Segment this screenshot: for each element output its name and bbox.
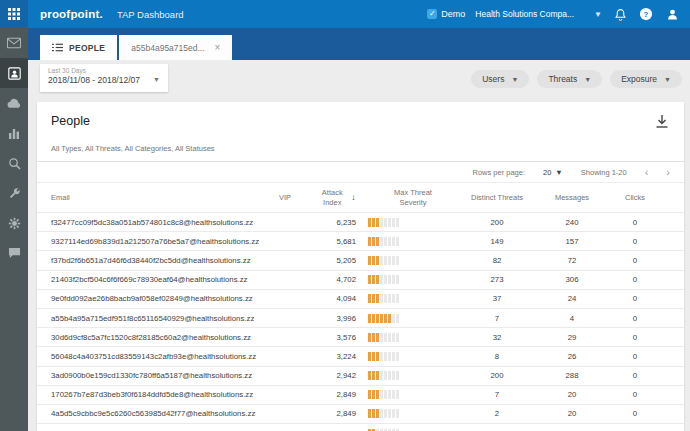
table-row[interactable]: 4a5d5c9cbbc9e5c6260c563985d42f77@healths…	[37, 404, 684, 423]
tab-people[interactable]: PEOPLE	[40, 35, 117, 60]
threats-filter-button[interactable]: Threats ▼	[537, 70, 602, 88]
clicks-cell: 0	[608, 294, 662, 303]
column-header-email[interactable]: Email	[51, 193, 266, 202]
tab-detail[interactable]: a55b4a95a715ed... ×	[119, 35, 232, 60]
org-selector[interactable]: Health Solutions Compa...	[475, 9, 574, 19]
date-range-value: 2018/11/08 - 2018/12/07	[48, 75, 160, 85]
email-cell[interactable]: 9327114ed69b839d1a212507a76be5a7@healths…	[51, 237, 266, 246]
clicks-cell: 0	[608, 275, 662, 284]
users-filter-button[interactable]: Users ▼	[471, 70, 529, 88]
bell-icon[interactable]	[612, 6, 628, 22]
email-cell[interactable]: f37bd2f6b651a7d46f6d38440f2bc5dd@healths…	[51, 256, 266, 265]
demo-toggle[interactable]: ✓ Demo	[427, 9, 465, 19]
severity-bar	[368, 333, 458, 342]
sidebar-item-search[interactable]	[0, 148, 28, 178]
sidebar-item-mail[interactable]	[0, 28, 28, 58]
dropdown-caret-icon: ▼	[555, 168, 562, 177]
messages-cell: 20	[536, 390, 608, 399]
sidebar-item-cloud[interactable]	[0, 88, 28, 118]
sidebar	[0, 28, 28, 431]
brand-logo: proofpoint.	[40, 8, 103, 20]
messages-cell: 240	[536, 218, 608, 227]
table-row[interactable]: 3ad0900b0e159cd1330fc780ff6a5187@healths…	[37, 366, 684, 385]
dropdown-caret-icon[interactable]: ▼	[594, 10, 602, 19]
prev-page-button[interactable]: ‹	[645, 167, 649, 177]
column-header-attack-index[interactable]: Attack Index ↓	[304, 188, 368, 207]
pagination-bar: Rows per page: 20 ▼ Showing 1-20 ‹ ›	[37, 162, 684, 182]
attack-index-cell: 5,681	[304, 237, 368, 246]
table-header: Email VIP Attack Index ↓ Max Threat Seve…	[37, 182, 684, 212]
clicks-cell: 0	[608, 256, 662, 265]
table-row[interactable]: f37bd2f6b651a7d46f6d38440f2bc5dd@healths…	[37, 250, 684, 269]
table-row[interactable]: 170267b7e87d3beb3f0f6184ddfd5de8@healths…	[37, 385, 684, 404]
table-row[interactable]: 12238b4b89205018214d73f6be161896@healths…	[37, 423, 684, 431]
email-cell[interactable]: 56048c4a403751cd83559143c2afb93e@healths…	[51, 352, 266, 361]
exposure-filter-label: Exposure	[621, 74, 657, 84]
column-header-distinct-threats[interactable]: Distinct Threats	[458, 193, 536, 202]
help-icon[interactable]: ?	[638, 6, 654, 22]
date-range-label: Last 30 Days	[48, 67, 160, 74]
table-row[interactable]: 56048c4a403751cd83559143c2afb93e@healths…	[37, 346, 684, 365]
email-cell[interactable]: 4a5d5c9cbbc9e5c6260c563985d42f77@healths…	[51, 409, 266, 418]
sidebar-item-people[interactable]	[0, 58, 28, 88]
table-row[interactable]: 9327114ed69b839d1a212507a76be5a7@healths…	[37, 231, 684, 250]
email-cell[interactable]: 9e0fdd092ae26b8bacb9af058ef02849@healths…	[51, 294, 266, 303]
attack-index-cell: 3,224	[304, 352, 368, 361]
demo-checkbox[interactable]: ✓	[427, 9, 437, 19]
table-body: f32477cc09f5dc38a051ab574801c8c8@healths…	[37, 212, 684, 431]
messages-cell: 4	[536, 314, 608, 323]
attack-index-cell: 2,942	[304, 371, 368, 380]
wrench-icon	[8, 187, 21, 200]
attack-index-label: Attack Index	[316, 188, 348, 207]
email-cell[interactable]: 170267b7e87d3beb3f0f6184ddfd5de8@healths…	[51, 390, 266, 399]
column-header-messages[interactable]: Messages	[536, 193, 608, 202]
column-header-vip[interactable]: VIP	[266, 193, 304, 202]
attack-index-cell: 4,094	[304, 294, 368, 303]
email-cell[interactable]: 3ad0900b0e159cd1330fc780ff6a5187@healths…	[51, 371, 266, 380]
column-header-clicks[interactable]: Clicks	[608, 193, 662, 202]
download-icon[interactable]	[656, 114, 668, 132]
sidebar-item-feedback[interactable]	[0, 238, 28, 268]
sidebar-item-settings[interactable]	[0, 208, 28, 238]
rows-per-page-value: 20	[543, 168, 551, 177]
sidebar-item-tools[interactable]	[0, 178, 28, 208]
distinct-threats-cell: 7	[458, 390, 536, 399]
user-icon[interactable]	[664, 6, 680, 22]
messages-cell: 24	[536, 294, 608, 303]
table-row[interactable]: 9e0fdd092ae26b8bacb9af058ef02849@healths…	[37, 289, 684, 308]
clicks-cell: 0	[608, 371, 662, 380]
column-header-max-threat-severity[interactable]: Max Threat Severity	[368, 188, 458, 207]
table-row[interactable]: 30d6d9cf8c5a7fc1520c8f28185c60a2@healths…	[37, 327, 684, 346]
attack-index-cell: 5,205	[304, 256, 368, 265]
distinct-threats-cell: 149	[458, 237, 536, 246]
messages-cell: 72	[536, 256, 608, 265]
clicks-cell: 0	[608, 352, 662, 361]
rows-per-page-select[interactable]: 20 ▼	[543, 168, 563, 177]
distinct-threats-cell: 7	[458, 314, 536, 323]
clicks-cell: 0	[608, 237, 662, 246]
exposure-filter-button[interactable]: Exposure ▼	[610, 70, 682, 88]
severity-bar	[368, 275, 458, 284]
list-icon	[52, 43, 63, 52]
sort-desc-icon[interactable]: ↓	[351, 192, 356, 203]
severity-bar	[368, 371, 458, 380]
apps-grid-button[interactable]	[0, 0, 28, 28]
threats-filter-label: Threats	[548, 74, 577, 84]
email-cell[interactable]: 21403f2bcf504c6f6f669c78930eaf64@healths…	[51, 275, 266, 284]
distinct-threats-cell: 37	[458, 294, 536, 303]
severity-bar	[368, 409, 458, 418]
email-cell[interactable]: a55b4a95a715edf951f8c65116540929@healths…	[51, 314, 266, 323]
date-range-picker[interactable]: Last 30 Days 2018/11/08 - 2018/12/07 ▼	[40, 64, 168, 92]
table-row[interactable]: f32477cc09f5dc38a051ab574801c8c8@healths…	[37, 212, 684, 231]
bar-chart-icon	[8, 127, 20, 139]
gear-icon	[8, 217, 21, 230]
table-row[interactable]: a55b4a95a715edf951f8c65116540929@healths…	[37, 308, 684, 327]
table-row[interactable]: 21403f2bcf504c6f6f669c78930eaf64@healths…	[37, 270, 684, 289]
close-icon[interactable]: ×	[215, 42, 221, 53]
email-cell[interactable]: f32477cc09f5dc38a051ab574801c8c8@healths…	[51, 218, 266, 227]
next-page-button[interactable]: ›	[666, 167, 670, 177]
clicks-cell: 0	[608, 409, 662, 418]
sidebar-item-reports[interactable]	[0, 118, 28, 148]
attack-index-cell: 4,702	[304, 275, 368, 284]
email-cell[interactable]: 30d6d9cf8c5a7fc1520c8f28185c60a2@healths…	[51, 333, 266, 342]
